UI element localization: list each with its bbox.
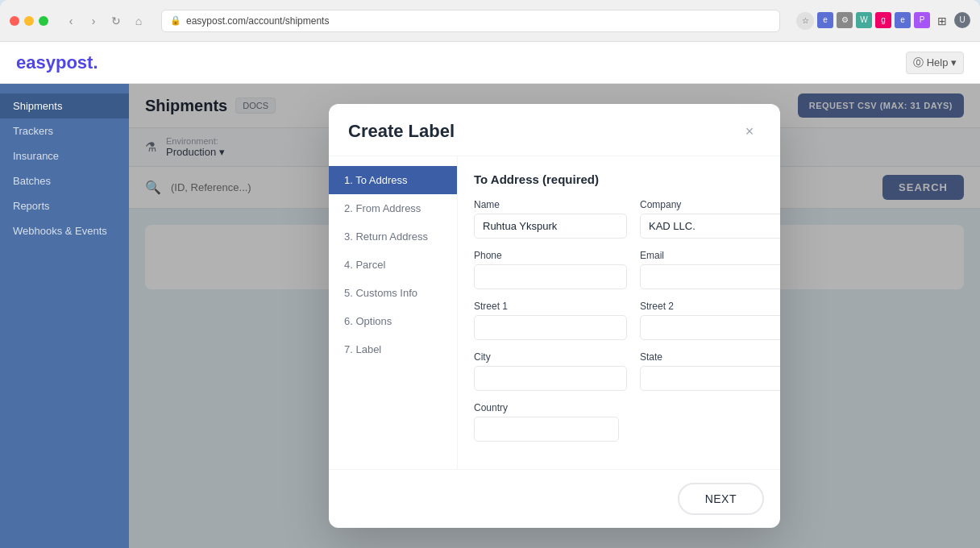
modal-overlay[interactable]: Create Label × 1. To Address 2. From Add… xyxy=(129,84,980,548)
lock-icon: 🔒 xyxy=(170,15,181,26)
phone-group: Phone xyxy=(474,250,627,289)
state-label: State xyxy=(640,351,780,363)
country-label: Country xyxy=(474,402,619,413)
street2-label: Street 2 xyxy=(640,301,780,312)
sidebar-label-trackers: Trackers xyxy=(13,125,53,137)
city-input[interactable] xyxy=(474,366,627,391)
ext-icon-1: e xyxy=(817,12,833,28)
sidebar-label-batches: Batches xyxy=(13,175,51,187)
profile-icon[interactable]: U xyxy=(954,12,970,28)
step-parcel-label: 4. Parcel xyxy=(344,259,385,271)
name-company-row: Name Company xyxy=(474,199,764,239)
app-wrapper: easypost. ⓪ Help ▾ Shipments Trackers In… xyxy=(0,42,980,548)
email-input[interactable] xyxy=(640,264,780,289)
back-arrow[interactable]: ‹ xyxy=(61,11,81,31)
nav-arrows: ‹ › ↻ ⌂ xyxy=(61,11,148,31)
create-label-modal: Create Label × 1. To Address 2. From Add… xyxy=(329,104,780,528)
ext-icon-2: ⚙ xyxy=(837,12,853,28)
state-group: State xyxy=(640,351,780,391)
next-button[interactable]: NEXT xyxy=(678,483,764,515)
step-from-address-label: 2. From Address xyxy=(344,202,421,214)
star-icon[interactable]: ☆ xyxy=(796,12,814,30)
sidebar-item-shipments[interactable]: Shipments xyxy=(0,93,129,118)
name-group: Name xyxy=(474,199,627,239)
help-icon: ⓪ xyxy=(913,56,924,70)
company-label: Company xyxy=(640,199,780,210)
ext-icon-3: W xyxy=(856,12,872,28)
email-group: Email xyxy=(640,250,780,289)
city-label: City xyxy=(474,351,627,363)
step-options[interactable]: 6. Options xyxy=(329,307,457,335)
step-parcel[interactable]: 4. Parcel xyxy=(329,251,457,279)
company-group: Company xyxy=(640,199,780,239)
ext-icon-6: P xyxy=(914,12,930,28)
country-input[interactable] xyxy=(474,417,619,442)
sidebar-item-webhooks[interactable]: Webhooks & Events xyxy=(0,218,129,243)
help-button[interactable]: ⓪ Help ▾ xyxy=(906,52,964,74)
sidebar-label-insurance: Insurance xyxy=(13,150,59,162)
step-to-address-label: 1. To Address xyxy=(344,174,408,186)
sidebar-item-trackers[interactable]: Trackers xyxy=(0,118,129,143)
forward-arrow[interactable]: › xyxy=(84,11,103,31)
country-group: Country xyxy=(474,402,619,442)
sidebar: Shipments Trackers Insurance Batches Rep… xyxy=(0,84,129,548)
sidebar-item-reports[interactable]: Reports xyxy=(0,193,129,218)
reload-button[interactable]: ↻ xyxy=(106,11,126,31)
browser-chrome: ‹ › ↻ ⌂ 🔒 easypost.com/account/shipments… xyxy=(0,0,980,42)
phone-input[interactable] xyxy=(474,264,627,289)
city-group: City xyxy=(474,351,627,391)
name-label: Name xyxy=(474,199,627,210)
step-customs-info-label: 5. Customs Info xyxy=(344,287,417,299)
page-content: Shipments DOCS REQUEST CSV (MAX: 31 DAYS… xyxy=(129,84,980,548)
form-area: To Address (required) Name Company xyxy=(458,156,780,469)
email-label: Email xyxy=(640,250,780,261)
ext-icon-4: g xyxy=(875,12,891,28)
street2-input[interactable] xyxy=(640,315,780,340)
street1-group: Street 1 xyxy=(474,301,627,340)
step-return-address-label: 3. Return Address xyxy=(344,230,428,243)
step-label-label: 7. Label xyxy=(344,343,381,355)
browser-dots xyxy=(10,16,48,26)
maximize-dot[interactable] xyxy=(39,16,48,26)
steps-sidebar: 1. To Address 2. From Address 3. Return … xyxy=(329,156,458,469)
company-input[interactable] xyxy=(640,214,780,239)
sidebar-label-webhooks: Webhooks & Events xyxy=(13,225,107,237)
step-customs-info[interactable]: 5. Customs Info xyxy=(329,279,457,307)
step-label[interactable]: 7. Label xyxy=(329,335,457,363)
modal-title: Create Label xyxy=(348,121,455,142)
address-bar[interactable]: 🔒 easypost.com/account/shipments xyxy=(161,10,780,32)
step-return-address[interactable]: 3. Return Address xyxy=(329,222,457,251)
modal-footer: NEXT xyxy=(329,469,780,528)
step-from-address[interactable]: 2. From Address xyxy=(329,194,457,222)
logo-text: easypost. xyxy=(16,52,98,73)
sidebar-label-reports: Reports xyxy=(13,200,50,212)
extensions-icon[interactable]: ⊞ xyxy=(933,12,951,30)
step-options-label: 6. Options xyxy=(344,315,392,327)
url-text: easypost.com/account/shipments xyxy=(186,15,329,27)
browser-extensions: ☆ e ⚙ W g e P ⊞ U xyxy=(796,12,970,30)
modal-header: Create Label × xyxy=(329,104,780,156)
street1-input[interactable] xyxy=(474,315,627,340)
city-state-zip-row: City State Zip xyxy=(474,351,764,391)
street1-label: Street 1 xyxy=(474,301,627,312)
sidebar-label-shipments: Shipments xyxy=(13,100,62,112)
sidebar-item-insurance[interactable]: Insurance xyxy=(0,143,129,168)
modal-body: 1. To Address 2. From Address 3. Return … xyxy=(329,156,780,469)
ext-icon-5: e xyxy=(895,12,911,28)
minimize-dot[interactable] xyxy=(24,16,34,26)
app-logo: easypost. xyxy=(16,52,98,73)
main-content: Shipments Trackers Insurance Batches Rep… xyxy=(0,84,980,548)
street2-group: Street 2 xyxy=(640,301,780,340)
sidebar-item-batches[interactable]: Batches xyxy=(0,168,129,193)
home-button[interactable]: ⌂ xyxy=(129,11,148,31)
country-row: Country xyxy=(474,402,764,442)
step-to-address[interactable]: 1. To Address xyxy=(329,166,457,194)
phone-email-row: Phone Email xyxy=(474,250,764,289)
close-dot[interactable] xyxy=(10,16,19,26)
modal-close-button[interactable]: × xyxy=(738,120,761,143)
form-section-title: To Address (required) xyxy=(474,172,764,186)
help-label: Help ▾ xyxy=(927,56,957,68)
state-input[interactable] xyxy=(640,366,780,391)
name-input[interactable] xyxy=(474,214,627,239)
phone-label: Phone xyxy=(474,250,627,261)
